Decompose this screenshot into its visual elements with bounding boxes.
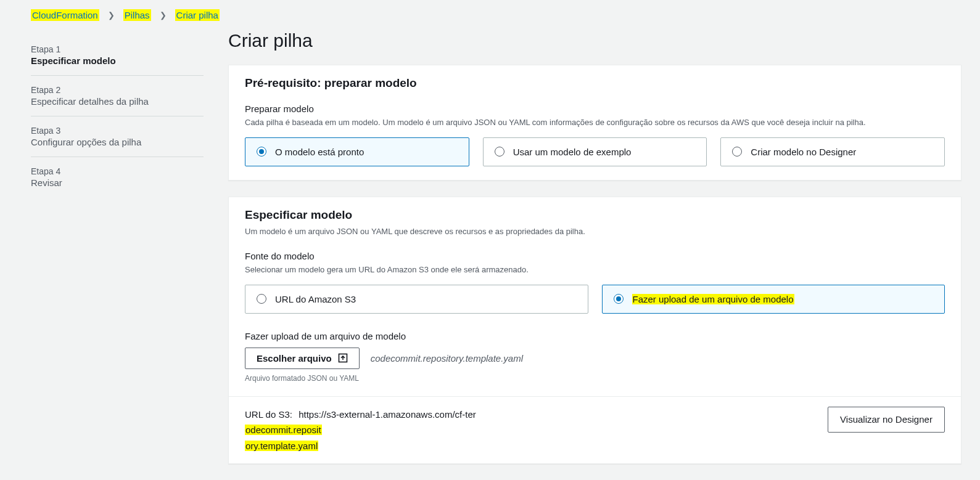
choose-file-button[interactable]: Escolher arquivo xyxy=(245,348,360,369)
chosen-filename: codecommit.repository.template.yaml xyxy=(371,353,523,364)
breadcrumb-link-pilhas[interactable]: Pilhas xyxy=(123,10,151,20)
s3-url-value: https://s3-external-1.amazonaws.com/cf-t… xyxy=(245,409,725,451)
step-title: Especificar detalhes da pilha xyxy=(31,96,204,107)
step-3[interactable]: Etapa 3 Configurar opções da pilha xyxy=(31,116,204,157)
panel-title: Pré-requisito: preparar modelo xyxy=(245,76,945,90)
breadcrumb-link-criar-pilha[interactable]: Criar pilha xyxy=(175,10,220,20)
option-s3-url[interactable]: URL do Amazon S3 xyxy=(245,285,588,314)
section-label: Preparar modelo xyxy=(245,104,945,114)
step-number: Etapa 1 xyxy=(31,44,204,54)
option-label: Usar um modelo de exemplo xyxy=(513,147,632,157)
step-2[interactable]: Etapa 2 Especificar detalhes da pilha xyxy=(31,76,204,116)
panel-title: Especificar modelo xyxy=(245,208,945,222)
s3-url-label: URL do S3: xyxy=(245,409,292,420)
radio-icon xyxy=(614,294,624,304)
s3-url-display: URL do S3: https://s3-external-1.amazona… xyxy=(245,407,775,454)
step-title: Especificar modelo xyxy=(31,55,204,66)
option-label: Fazer upload de um arquivo de modelo xyxy=(632,294,794,304)
step-number: Etapa 3 xyxy=(31,126,204,136)
step-title: Revisar xyxy=(31,177,204,188)
page-title: Criar pilha xyxy=(228,30,961,51)
radio-icon xyxy=(257,294,266,304)
option-label: URL do Amazon S3 xyxy=(275,294,356,304)
step-title: Configurar opções da pilha xyxy=(31,137,204,147)
view-in-designer-button[interactable]: Visualizar no Designer xyxy=(828,407,945,433)
wizard-steps: Etapa 1 Especificar modelo Etapa 2 Espec… xyxy=(31,30,204,480)
section-description: Cada pilha é baseada em um modelo. Um mo… xyxy=(245,116,945,129)
step-4[interactable]: Etapa 4 Revisar xyxy=(31,157,204,197)
option-sample-template[interactable]: Usar um modelo de exemplo xyxy=(483,137,707,166)
option-label: Criar modelo no Designer xyxy=(751,147,856,157)
option-create-designer[interactable]: Criar modelo no Designer xyxy=(720,137,945,166)
file-format-hint: Arquivo formatado JSON ou YAML xyxy=(245,374,945,383)
panel-subtitle: Um modelo é um arquivo JSON ou YAML que … xyxy=(245,226,945,238)
step-1[interactable]: Etapa 1 Especificar modelo xyxy=(31,35,204,76)
chevron-right-icon: ❯ xyxy=(108,10,115,20)
chevron-right-icon: ❯ xyxy=(160,10,167,20)
upload-icon xyxy=(338,353,348,363)
radio-icon xyxy=(257,147,266,157)
section-description: Selecionar um modelo gera um URL do Amaz… xyxy=(245,264,945,276)
option-label: O modelo está pronto xyxy=(275,147,364,157)
breadcrumb-link-cloudformation[interactable]: CloudFormation xyxy=(31,10,99,20)
option-upload-file[interactable]: Fazer upload de um arquivo de modelo xyxy=(602,285,945,314)
panel-specify-template: Especificar modelo Um modelo é um arquiv… xyxy=(228,197,961,465)
radio-icon xyxy=(732,147,742,157)
step-number: Etapa 4 xyxy=(31,166,204,176)
option-template-ready[interactable]: O modelo está pronto xyxy=(245,137,469,166)
section-label: Fonte do modelo xyxy=(245,251,945,261)
step-number: Etapa 2 xyxy=(31,85,204,95)
upload-label: Fazer upload de um arquivo de modelo xyxy=(245,331,945,341)
radio-icon xyxy=(495,147,504,157)
panel-prerequisite: Pré-requisito: preparar modelo Preparar … xyxy=(228,65,961,181)
breadcrumb: CloudFormation ❯ Pilhas ❯ Criar pilha xyxy=(0,0,980,30)
